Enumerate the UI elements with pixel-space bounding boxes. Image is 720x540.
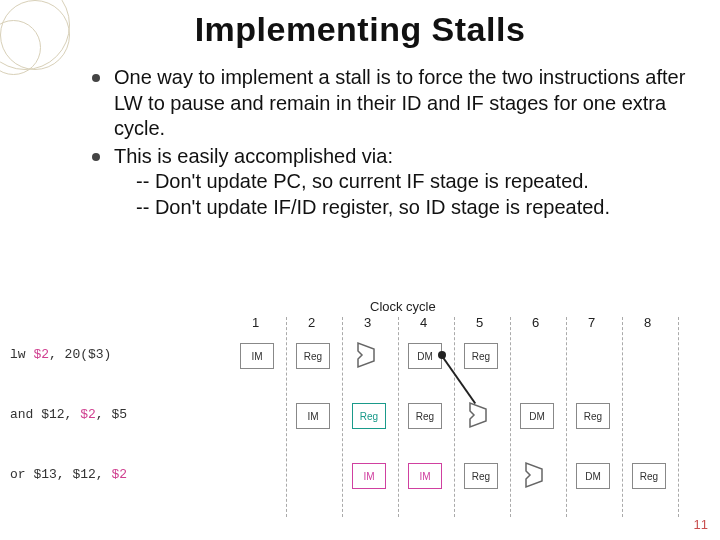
pipeline-stage: Reg — [408, 403, 442, 429]
alu-stage-icon — [356, 341, 384, 369]
pipeline-stage: Reg — [576, 403, 610, 429]
clock-cycle-label: Clock cycle — [370, 299, 436, 314]
cycle-divider — [678, 317, 679, 517]
pipeline-diagram: Clock cycle12345678lw $2, 20($3)IMRegDMR… — [120, 305, 700, 525]
pipeline-stage: IM — [408, 463, 442, 489]
pipeline-stage: DM — [408, 343, 442, 369]
alu-stage-icon — [468, 401, 496, 429]
pipeline-stage: Reg — [352, 403, 386, 429]
cycle-divider — [566, 317, 567, 517]
pipeline-stage: Reg — [296, 343, 330, 369]
cycle-number: 4 — [420, 315, 427, 330]
instruction-label: and $12, $2, $5 — [10, 407, 127, 422]
bullet-dot-icon — [92, 74, 100, 82]
alu-stage-icon — [524, 461, 552, 489]
cycle-number: 8 — [644, 315, 651, 330]
cycle-number: 7 — [588, 315, 595, 330]
pipeline-stage: DM — [520, 403, 554, 429]
instruction-label: or $13, $12, $2 — [10, 467, 127, 482]
pipeline-stage: DM — [576, 463, 610, 489]
cycle-divider — [398, 317, 399, 517]
cycle-number: 2 — [308, 315, 315, 330]
pipeline-stage: Reg — [464, 343, 498, 369]
pipeline-stage: IM — [240, 343, 274, 369]
cycle-divider — [622, 317, 623, 517]
page-number: 11 — [694, 517, 708, 532]
cycle-number: 6 — [532, 315, 539, 330]
cycle-divider — [510, 317, 511, 517]
cycle-number: 3 — [364, 315, 371, 330]
pipeline-stage: Reg — [632, 463, 666, 489]
sub-bullet: -- Don't update PC, so current IF stage … — [136, 169, 694, 195]
pipeline-stage: IM — [352, 463, 386, 489]
cycle-divider — [342, 317, 343, 517]
cycle-number: 1 — [252, 315, 259, 330]
slide-title: Implementing Stalls — [0, 0, 720, 49]
instruction-label: lw $2, 20($3) — [10, 347, 111, 362]
pipeline-stage: Reg — [464, 463, 498, 489]
cycle-number: 5 — [476, 315, 483, 330]
slide-body: One way to implement a stall is to force… — [0, 49, 720, 221]
cycle-divider — [286, 317, 287, 517]
cycle-divider — [454, 317, 455, 517]
sub-bullet: -- Don't update IF/ID register, so ID st… — [136, 195, 694, 221]
bullet-dot-icon — [92, 153, 100, 161]
pipeline-stage: IM — [296, 403, 330, 429]
bullet-text: One way to implement a stall is to force… — [114, 65, 694, 142]
bullet-text: This is easily accomplished via: — [114, 144, 694, 170]
